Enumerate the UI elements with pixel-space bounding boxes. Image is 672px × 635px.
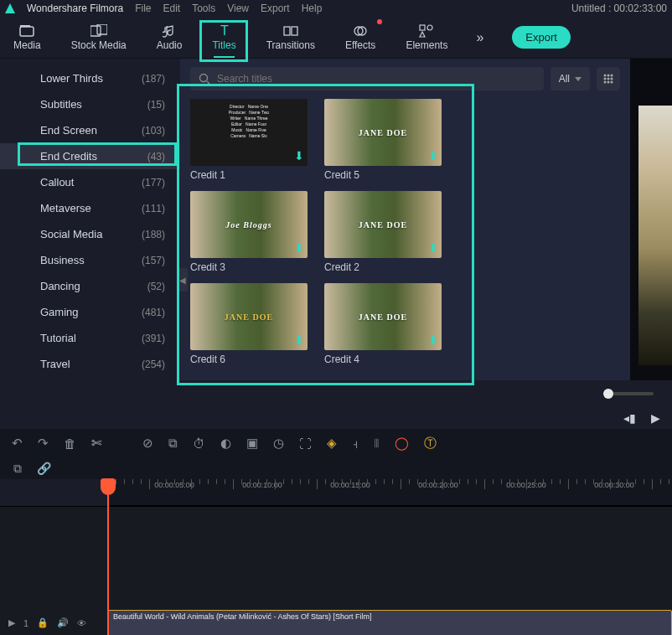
download-icon[interactable]: ⬇ — [294, 333, 304, 347]
svg-rect-10 — [420, 25, 425, 30]
timeline-ruler[interactable]: 00:00:05:00 00:00:10:00 00:00:15:00 00:0… — [107, 479, 672, 506]
gallery-card[interactable]: JANE DOE⬇ Credit 2 — [324, 191, 442, 273]
download-icon[interactable]: ⬇ — [294, 241, 304, 255]
delete-button[interactable]: 🗑 — [64, 436, 76, 451]
playhead[interactable] — [107, 480, 109, 635]
sidebar-item-social-media[interactable]: Social Media(188) — [0, 221, 180, 247]
sidebar-item-tutorial[interactable]: Tutorial(391) — [0, 325, 180, 351]
menu-help[interactable]: Help — [302, 3, 323, 14]
tab-audio[interactable]: Audio — [152, 21, 188, 54]
menubar: Wondershare Filmora File Edit Tools View… — [0, 0, 672, 17]
effects-notification-dot — [377, 19, 382, 24]
gallery-card[interactable]: JANE DOE⬇ Credit 6 — [190, 283, 308, 365]
video-clip[interactable]: Beautiful World - Wild Animals (Petar Mi… — [107, 610, 672, 636]
adjust-button[interactable]: ⫞ — [352, 436, 359, 451]
gallery-card[interactable]: Director Name OneProducer Name TwoWriter… — [190, 99, 308, 181]
search-icon — [199, 73, 210, 85]
svg-rect-1 — [20, 27, 34, 36]
fit-button[interactable]: ⛶ — [299, 436, 312, 451]
svg-marker-15 — [575, 77, 582, 81]
lock-icon[interactable]: 🔒 — [37, 617, 49, 628]
sidebar-item-gaming[interactable]: Gaming(481) — [0, 299, 180, 325]
download-icon[interactable]: ⬇ — [294, 149, 304, 163]
record-button[interactable]: ◯ — [395, 436, 409, 451]
elements-icon — [419, 24, 434, 38]
prev-frame-button[interactable]: ◂▮ — [623, 411, 636, 425]
more-tabs-button[interactable]: » — [476, 30, 483, 45]
speed-button[interactable]: ⏱ — [193, 436, 205, 451]
svg-line-14 — [207, 81, 209, 84]
download-icon[interactable]: ⬇ — [428, 333, 438, 347]
slider-knob[interactable] — [603, 389, 613, 399]
timeline-tracks[interactable]: ▶ 1 🔒 🔊 👁 Beautiful World - Wild Animals… — [0, 506, 672, 635]
preview-slider[interactable] — [603, 392, 654, 395]
svg-point-21 — [611, 78, 613, 80]
svg-point-11 — [427, 25, 432, 30]
sidebar-item-lower-thirds[interactable]: Lower Thirds(187) — [0, 65, 180, 91]
chevron-down-icon — [575, 77, 582, 81]
menu-export[interactable]: Export — [261, 3, 290, 14]
tab-stock-media[interactable]: Stock Media — [66, 21, 132, 54]
title-gallery[interactable]: Director Name OneProducer Name TwoWriter… — [180, 99, 630, 380]
color-button[interactable]: ◐ — [220, 436, 231, 451]
play-button[interactable]: ▶ — [651, 411, 660, 425]
view-grid-button[interactable] — [597, 67, 620, 90]
tab-titles[interactable]: T Titles — [207, 21, 240, 54]
search-input[interactable] — [217, 73, 535, 85]
timeline-tool-row: ↶ ↷ 🗑 ✄ ⊘ ⧉ ⏱ ◐ ▣ ◷ ⛶ ◈ ⫞ ⫴ ◯ Ⓣ — [0, 429, 672, 457]
tab-transitions[interactable]: Transitions — [261, 21, 320, 54]
mute-icon[interactable]: 🔊 — [57, 617, 69, 628]
preview-controls — [0, 380, 672, 407]
sidebar-collapse-handle[interactable]: ◀ — [178, 268, 188, 292]
download-icon[interactable]: ⬇ — [428, 149, 438, 163]
undo-button[interactable]: ↶ — [12, 436, 23, 451]
category-sidebar[interactable]: Lower Thirds(187) Subtitles(15) End Scre… — [0, 59, 180, 380]
download-icon[interactable]: ⬇ — [428, 241, 438, 255]
visibility-icon[interactable]: 👁 — [77, 618, 86, 628]
duration-button[interactable]: ◷ — [273, 436, 284, 451]
svg-marker-0 — [5, 3, 15, 13]
audio-mix-button[interactable]: ⫴ — [374, 436, 380, 451]
tab-media[interactable]: Media — [8, 21, 46, 54]
sidebar-item-end-screen[interactable]: End Screen(103) — [0, 117, 180, 143]
crop-button[interactable]: ⧉ — [168, 436, 178, 451]
keyframe-button[interactable]: ◈ — [327, 436, 337, 451]
tab-elements[interactable]: Elements — [401, 21, 452, 54]
menu-file[interactable]: File — [135, 3, 151, 14]
disable-button[interactable]: ⊘ — [142, 436, 153, 451]
sidebar-item-callout[interactable]: Callout(177) — [0, 169, 180, 195]
sidebar-item-dancing[interactable]: Dancing(52) — [0, 273, 180, 299]
toolbar: Media Stock Media Audio T Titles Transit… — [0, 17, 672, 59]
split-button[interactable]: ✄ — [91, 436, 102, 451]
tab-effects[interactable]: Effects — [340, 21, 380, 54]
track-manager-button[interactable]: ⧉ — [13, 462, 22, 476]
green-screen-button[interactable]: ▣ — [246, 436, 258, 451]
menu-edit[interactable]: Edit — [163, 3, 181, 14]
sidebar-item-business[interactable]: Business(157) — [0, 247, 180, 273]
gallery-card[interactable]: JANE DOE⬇ Credit 4 — [324, 283, 442, 365]
main-workspace: Lower Thirds(187) Subtitles(15) End Scre… — [0, 59, 672, 380]
search-row: All — [180, 59, 630, 99]
sidebar-item-travel[interactable]: Travel(254) — [0, 351, 180, 377]
redo-button[interactable]: ↷ — [38, 436, 49, 451]
project-title: Untitled : 00:02:33:00 — [571, 3, 667, 14]
effects-icon — [354, 24, 367, 38]
preview-video-frame — [638, 106, 672, 365]
text-tool-button[interactable]: Ⓣ — [424, 436, 437, 452]
export-button[interactable]: Export — [512, 26, 571, 49]
search-box[interactable] — [190, 67, 544, 90]
sidebar-item-subtitles[interactable]: Subtitles(15) — [0, 91, 180, 117]
sidebar-item-end-credits[interactable]: End Credits(43) — [0, 143, 180, 169]
filter-dropdown[interactable]: All — [551, 67, 590, 90]
svg-point-22 — [604, 81, 607, 84]
menu-tools[interactable]: Tools — [192, 3, 215, 14]
menu-view[interactable]: View — [227, 3, 249, 14]
gallery-card[interactable]: Joe Bloggs⬇ Credit 3 — [190, 191, 308, 273]
gallery-card-label: Credit 6 — [190, 354, 308, 365]
video-track[interactable]: ▶ 1 🔒 🔊 👁 Beautiful World - Wild Animals… — [0, 607, 672, 635]
gallery-card[interactable]: JANE DOE⬇ Credit 5 — [324, 99, 442, 181]
timeline-header: ⧉ 🔗 — [0, 457, 672, 479]
gallery-card-label: Credit 5 — [324, 169, 442, 181]
link-button[interactable]: 🔗 — [37, 462, 51, 475]
sidebar-item-metaverse[interactable]: Metaverse(111) — [0, 195, 180, 221]
